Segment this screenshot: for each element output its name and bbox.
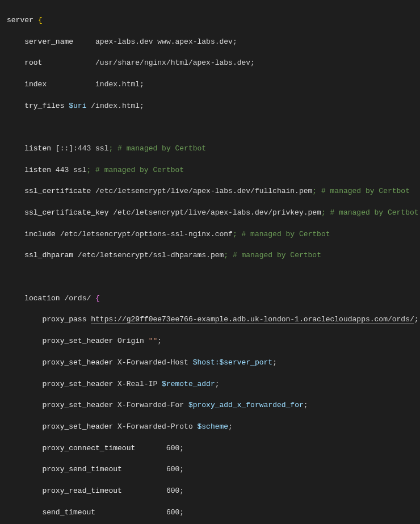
code-line: index index.html; — [7, 79, 413, 90]
code-line: listen 443 ssl; # managed by Certbot — [7, 165, 413, 176]
code-line: proxy_set_header X-Real-IP $remote_addr; — [7, 379, 413, 390]
code-line: proxy_send_timeout 600; — [7, 464, 413, 475]
code-line: server { — [7, 15, 413, 26]
code-editor: server { server_name apex-labs.dev www.a… — [0, 0, 420, 524]
code-line: proxy_set_header X-Forwarded-For $proxy_… — [7, 400, 413, 411]
code-line: ssl_certificate /etc/letsencrypt/live/ap… — [7, 186, 413, 197]
code-line: ssl_certificate_key /etc/letsencrypt/liv… — [7, 208, 413, 219]
code-line — [7, 272, 413, 283]
code-line: try_files $uri /index.html; — [7, 101, 413, 112]
code-line: send_timeout 600; — [7, 508, 413, 518]
code-line: listen [::]:443 ssl; # managed by Certbo… — [7, 144, 413, 154]
code-line: location /ords/ { — [7, 294, 413, 304]
code-line: proxy_set_header Origin ""; — [7, 336, 413, 347]
code-line: proxy_set_header X-Forwarded-Host $host:… — [7, 358, 413, 368]
code-line — [7, 122, 413, 133]
code-line: proxy_connect_timeout 600; — [7, 443, 413, 454]
code-line: proxy_set_header X-Forwarded-Proto $sche… — [7, 422, 413, 433]
code-line: proxy_pass https://g29ff0ee73ee766-examp… — [7, 315, 413, 325]
code-line: ssl_dhparam /etc/letsencrypt/ssl-dhparam… — [7, 250, 413, 261]
code-line: include /etc/letsencrypt/options-ssl-ngi… — [7, 229, 413, 240]
code-line: server_name apex-labs.dev www.apex-labs.… — [7, 37, 413, 48]
code-line: root /usr/share/nginx/html/apex-labs.dev… — [7, 58, 413, 69]
code-line: proxy_read_timeout 600; — [7, 486, 413, 497]
